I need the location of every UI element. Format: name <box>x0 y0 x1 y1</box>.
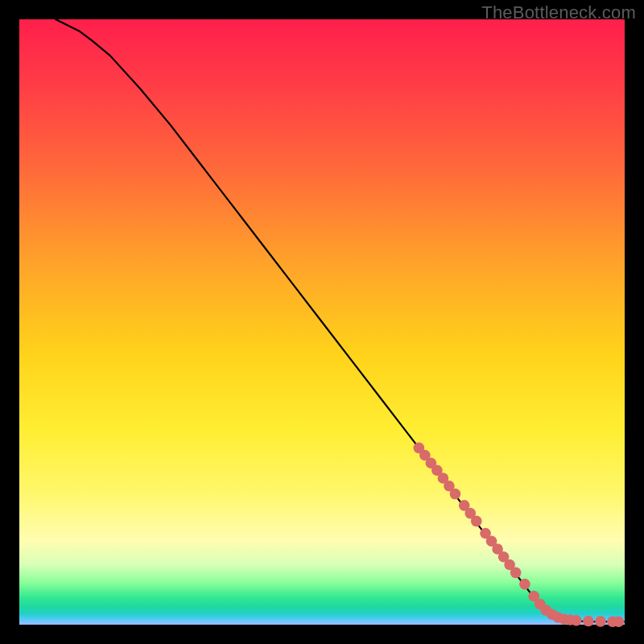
data-point <box>510 568 522 579</box>
curve-line <box>56 19 625 621</box>
data-point <box>471 516 482 527</box>
chart-svg <box>19 19 625 625</box>
points-group <box>414 443 625 627</box>
data-point <box>571 615 582 626</box>
data-point <box>519 579 530 590</box>
data-point <box>450 489 461 500</box>
chart-frame: TheBottleneck.com <box>0 0 644 644</box>
data-point <box>583 616 594 627</box>
watermark-text: TheBottleneck.com <box>481 2 636 23</box>
plot-area <box>19 19 625 625</box>
data-point <box>595 616 606 627</box>
data-point <box>613 616 625 627</box>
